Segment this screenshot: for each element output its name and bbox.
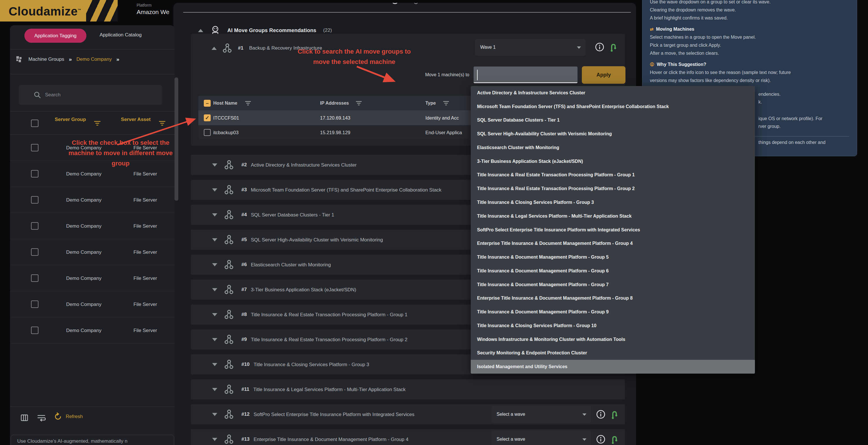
server-row[interactable]: Demo Company File Server — [10, 317, 175, 343]
row-checkbox[interactable] — [31, 222, 38, 230]
dropdown-item[interactable]: SQL Server Database Clusters - Tier 1 — [471, 113, 755, 127]
search-input[interactable] — [45, 85, 157, 105]
filter-icon[interactable] — [355, 101, 362, 105]
info-icon[interactable] — [596, 410, 606, 419]
group-title: Active Directory & Infrastructure Servic… — [251, 161, 356, 169]
expand-toggle-icon[interactable] — [212, 388, 217, 391]
column-type[interactable]: Type — [425, 101, 436, 106]
filter-icon[interactable] — [245, 101, 251, 105]
dropdown-item[interactable]: SQL Server High-Availability Cluster wit… — [471, 127, 755, 141]
tab-application-tagging[interactable]: Application Tagging — [24, 29, 86, 43]
collapse-toggle-icon[interactable] — [198, 29, 203, 32]
dropdown-item[interactable]: 3-Tier Business Application Stack (eJack… — [471, 155, 755, 168]
server-row[interactable]: Demo Company File Server — [10, 265, 175, 291]
dropdown-item[interactable]: Security Monitoring & Endpoint Protectio… — [471, 346, 755, 360]
select-all-checkbox[interactable] — [31, 119, 38, 127]
server-row[interactable]: Demo Company File Server — [10, 213, 175, 239]
expand-toggle-icon[interactable] — [212, 189, 217, 192]
move-group-row[interactable]: #13 Enterprise Title Insurance & Documen… — [191, 429, 625, 445]
move-group-search-input[interactable] — [474, 67, 578, 83]
expand-toggle-icon[interactable] — [212, 263, 217, 266]
select-all-checkbox[interactable]: – — [204, 100, 211, 107]
wave-select[interactable]: Select a wave — [491, 406, 591, 423]
dropdown-item[interactable]: Enterprise Title Insurance & Document Ma… — [471, 291, 755, 305]
breadcrumb-demo-company[interactable]: Demo Company — [76, 57, 112, 62]
row-checkbox[interactable] — [204, 129, 211, 136]
dropdown-item[interactable]: Title Insurance & Legal Services Platfor… — [471, 209, 755, 223]
expand-toggle-icon[interactable] — [212, 363, 217, 366]
group-title: Elasticsearch Cluster with Monitoring — [251, 261, 331, 269]
apply-button[interactable]: Apply — [582, 66, 625, 84]
expand-toggle-icon[interactable] — [212, 438, 217, 441]
group-number: #5 — [241, 237, 247, 243]
row-checkbox[interactable] — [31, 274, 38, 282]
row-checkbox-checked[interactable]: ✓ — [204, 114, 211, 121]
dropdown-item[interactable]: Elasticsearch Cluster with Monitoring — [471, 141, 755, 155]
dropdown-item[interactable]: Title Insurance & Real Estate Transactio… — [471, 182, 755, 196]
route-icon[interactable] — [609, 43, 617, 52]
row-checkbox[interactable] — [31, 196, 38, 204]
group-number: #11 — [241, 386, 249, 392]
dropdown-item[interactable]: Title Insurance & Document Management Pl… — [471, 250, 755, 264]
dropdown-item[interactable]: Title Insurance & Document Management Pl… — [471, 305, 755, 319]
dropdown-item[interactable]: Windows Infrastructure & Monitoring Clus… — [471, 333, 755, 346]
row-checkbox[interactable] — [31, 248, 38, 256]
filter-icon[interactable] — [443, 101, 449, 105]
move-group-row[interactable]: #11 Title Insurance & Legal Services Pla… — [191, 379, 625, 400]
row-checkbox[interactable] — [31, 170, 38, 177]
server-row[interactable]: Demo Company File Server — [10, 291, 175, 317]
expand-toggle-icon[interactable] — [212, 338, 217, 341]
column-server-group[interactable]: Server Group — [50, 116, 90, 123]
wave-select-group-1[interactable]: Wave 1 — [475, 39, 586, 56]
info-icon[interactable] — [595, 42, 604, 52]
dropdown-item[interactable]: Title Insurance & Real Estate Transactio… — [471, 168, 755, 182]
expand-toggle-icon[interactable] — [212, 413, 217, 416]
refresh-button[interactable]: Refresh — [54, 412, 83, 421]
collapse-toggle-icon[interactable] — [212, 47, 217, 50]
expand-toggle-icon[interactable] — [212, 164, 217, 167]
help-line: After a move, the selection clears. — [650, 49, 849, 57]
column-host-name[interactable]: Host Name — [213, 101, 237, 106]
tab-application-catalog[interactable]: Application Catalog — [100, 32, 142, 38]
group-number: #8 — [241, 312, 247, 317]
dropdown-item[interactable]: Isolated Management and Utility Services — [471, 360, 755, 374]
platform-label: Platform — [136, 3, 152, 7]
breadcrumb-machine-groups[interactable]: Machine Groups — [28, 57, 64, 62]
server-group-cell: Demo Company — [64, 171, 104, 177]
dropdown-item[interactable]: Title Insurance & Closing Services Platf… — [471, 319, 755, 333]
trademark: ™ — [78, 8, 82, 12]
row-checkbox[interactable] — [31, 301, 38, 308]
expand-toggle-icon[interactable] — [212, 288, 217, 291]
column-ip-addresses[interactable]: IP Addresses — [320, 101, 349, 106]
info-icon[interactable] — [596, 435, 606, 444]
route-icon[interactable] — [611, 410, 619, 419]
divider — [10, 407, 175, 407]
move-group-row[interactable]: #12 SoftPro Select Enterprise Title Insu… — [191, 404, 625, 424]
server-row[interactable]: Demo Company File Server — [10, 239, 175, 265]
expand-toggle-icon[interactable] — [212, 238, 217, 241]
dropdown-item[interactable]: Title Insurance & Document Management Pl… — [471, 278, 755, 292]
filter-icon[interactable] — [159, 121, 166, 126]
wave-select[interactable]: Select a wave — [491, 431, 591, 445]
wrap-lines-icon[interactable] — [37, 414, 46, 421]
dropdown-item[interactable]: Microsoft Team Foundation Server (TFS) a… — [471, 100, 755, 113]
expand-toggle-icon[interactable] — [212, 213, 217, 216]
route-icon[interactable] — [611, 435, 619, 444]
dropdown-item[interactable]: Title Insurance & Document Management Pl… — [471, 264, 755, 278]
row-checkbox[interactable] — [31, 327, 38, 334]
server-row[interactable]: Demo Company File Server — [10, 187, 175, 213]
dropdown-item[interactable]: Enterprise Title Insurance & Document Ma… — [471, 237, 755, 250]
help-text-fragment: ique OS or network profile). For — [758, 116, 823, 121]
sidebar-search[interactable] — [19, 85, 162, 105]
wave-select-value: Wave 1 — [480, 45, 496, 50]
group-molecule-icon — [224, 235, 234, 245]
group-molecule-icon — [222, 43, 232, 53]
columns-icon[interactable] — [21, 414, 28, 421]
filter-icon[interactable] — [94, 121, 101, 126]
dropdown-item[interactable]: Title Insurance & Closing Services Platf… — [471, 196, 755, 209]
group-title: Microsoft Team Foundation Server (TFS) a… — [251, 186, 441, 194]
dropdown-item[interactable]: Active Directory & Infrastructure Servic… — [471, 86, 755, 100]
dropdown-item[interactable]: SoftPro Select Enterprise Title Insuranc… — [471, 223, 755, 237]
expand-toggle-icon[interactable] — [212, 313, 217, 316]
column-server-asset[interactable]: Server Asset — [116, 116, 156, 123]
